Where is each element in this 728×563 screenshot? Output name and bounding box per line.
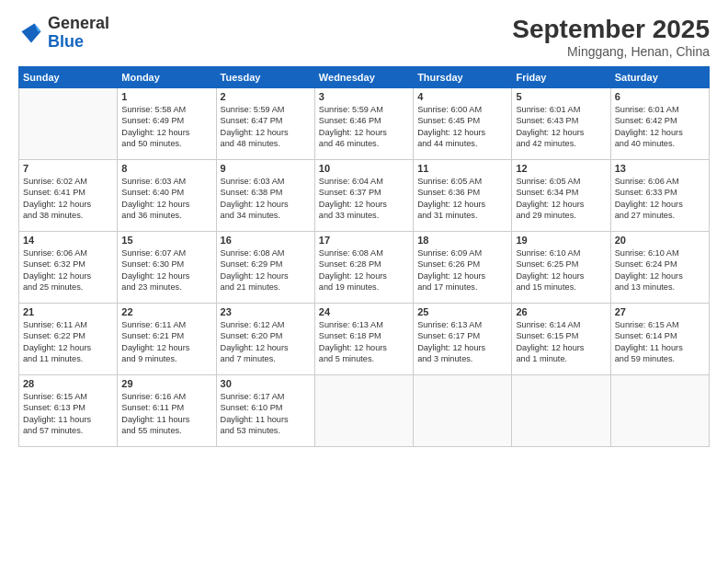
day-info-5: Sunrise: 6:01 AM Sunset: 6:43 PM Dayligh… — [516, 104, 606, 150]
day-num-21: 21 — [23, 306, 113, 317]
day-num-26: 26 — [516, 306, 606, 317]
cell-1-2: 9Sunrise: 6:03 AM Sunset: 6:38 PM Daylig… — [216, 160, 314, 232]
day-num-19: 19 — [516, 235, 606, 246]
day-num-6: 6 — [615, 91, 705, 102]
cell-3-1: 22Sunrise: 6:11 AM Sunset: 6:21 PM Dayli… — [118, 304, 216, 375]
cell-0-3: 3Sunrise: 5:59 AM Sunset: 6:46 PM Daylig… — [314, 88, 413, 160]
cell-2-2: 16Sunrise: 6:08 AM Sunset: 6:29 PM Dayli… — [216, 232, 314, 304]
header-saturday: Saturday — [610, 67, 709, 88]
logo: General Blue — [18, 15, 109, 52]
cell-1-5: 12Sunrise: 6:05 AM Sunset: 6:34 PM Dayli… — [512, 160, 610, 232]
cell-0-4: 4Sunrise: 6:00 AM Sunset: 6:45 PM Daylig… — [414, 88, 512, 160]
day-info-4: Sunrise: 6:00 AM Sunset: 6:45 PM Dayligh… — [417, 104, 507, 150]
day-info-28: Sunrise: 6:15 AM Sunset: 6:13 PM Dayligh… — [23, 391, 113, 437]
cell-2-3: 17Sunrise: 6:08 AM Sunset: 6:28 PM Dayli… — [314, 232, 413, 304]
day-info-15: Sunrise: 6:07 AM Sunset: 6:30 PM Dayligh… — [121, 247, 211, 293]
cell-0-5: 5Sunrise: 6:01 AM Sunset: 6:43 PM Daylig… — [512, 88, 610, 160]
day-info-22: Sunrise: 6:11 AM Sunset: 6:21 PM Dayligh… — [121, 319, 211, 365]
day-info-20: Sunrise: 6:10 AM Sunset: 6:24 PM Dayligh… — [615, 247, 705, 293]
month-title: September 2025 — [512, 15, 710, 44]
day-info-19: Sunrise: 6:10 AM Sunset: 6:25 PM Dayligh… — [516, 247, 606, 293]
cell-4-5 — [512, 375, 610, 447]
day-num-4: 4 — [417, 91, 507, 102]
logo-blue: Blue — [48, 32, 84, 51]
day-info-21: Sunrise: 6:11 AM Sunset: 6:22 PM Dayligh… — [23, 319, 113, 365]
header-thursday: Thursday — [414, 67, 512, 88]
cell-2-1: 15Sunrise: 6:07 AM Sunset: 6:30 PM Dayli… — [118, 232, 216, 304]
day-num-10: 10 — [319, 163, 409, 174]
day-info-25: Sunrise: 6:13 AM Sunset: 6:17 PM Dayligh… — [417, 319, 507, 365]
day-info-29: Sunrise: 6:16 AM Sunset: 6:11 PM Dayligh… — [121, 391, 211, 437]
cell-2-5: 19Sunrise: 6:10 AM Sunset: 6:25 PM Dayli… — [512, 232, 610, 304]
day-info-1: Sunrise: 5:58 AM Sunset: 6:49 PM Dayligh… — [121, 104, 211, 150]
cell-0-0 — [19, 88, 118, 160]
cell-4-3 — [314, 375, 413, 447]
cell-1-4: 11Sunrise: 6:05 AM Sunset: 6:36 PM Dayli… — [414, 160, 512, 232]
cell-0-1: 1Sunrise: 5:58 AM Sunset: 6:49 PM Daylig… — [118, 88, 216, 160]
day-num-20: 20 — [615, 235, 705, 246]
cell-3-5: 26Sunrise: 6:14 AM Sunset: 6:15 PM Dayli… — [512, 304, 610, 375]
day-num-17: 17 — [319, 235, 409, 246]
week-row-0: 1Sunrise: 5:58 AM Sunset: 6:49 PM Daylig… — [19, 88, 710, 160]
day-info-7: Sunrise: 6:02 AM Sunset: 6:41 PM Dayligh… — [23, 176, 113, 222]
day-num-9: 9 — [221, 163, 311, 174]
logo-general: General — [48, 14, 109, 32]
cell-0-2: 2Sunrise: 5:59 AM Sunset: 6:47 PM Daylig… — [216, 88, 314, 160]
cell-2-6: 20Sunrise: 6:10 AM Sunset: 6:24 PM Dayli… — [610, 232, 709, 304]
cell-1-1: 8Sunrise: 6:03 AM Sunset: 6:40 PM Daylig… — [118, 160, 216, 232]
week-row-2: 14Sunrise: 6:06 AM Sunset: 6:32 PM Dayli… — [19, 232, 710, 304]
day-num-13: 13 — [615, 163, 705, 174]
day-num-11: 11 — [417, 163, 507, 174]
cell-4-2: 30Sunrise: 6:17 AM Sunset: 6:10 PM Dayli… — [216, 375, 314, 447]
cell-3-0: 21Sunrise: 6:11 AM Sunset: 6:22 PM Dayli… — [19, 304, 118, 375]
day-num-28: 28 — [23, 378, 113, 389]
header-friday: Friday — [512, 67, 610, 88]
cell-4-0: 28Sunrise: 6:15 AM Sunset: 6:13 PM Dayli… — [19, 375, 118, 447]
cell-1-0: 7Sunrise: 6:02 AM Sunset: 6:41 PM Daylig… — [19, 160, 118, 232]
cell-3-2: 23Sunrise: 6:12 AM Sunset: 6:20 PM Dayli… — [216, 304, 314, 375]
day-info-8: Sunrise: 6:03 AM Sunset: 6:40 PM Dayligh… — [121, 176, 211, 222]
day-num-1: 1 — [121, 91, 211, 102]
day-num-30: 30 — [221, 378, 311, 389]
day-num-22: 22 — [121, 306, 211, 317]
day-num-2: 2 — [221, 91, 311, 102]
day-num-29: 29 — [121, 378, 211, 389]
cell-4-6 — [610, 375, 709, 447]
day-info-2: Sunrise: 5:59 AM Sunset: 6:47 PM Dayligh… — [221, 104, 311, 150]
day-info-27: Sunrise: 6:15 AM Sunset: 6:14 PM Dayligh… — [615, 319, 705, 365]
logo-text: General Blue — [48, 15, 109, 52]
day-info-9: Sunrise: 6:03 AM Sunset: 6:38 PM Dayligh… — [221, 176, 311, 222]
cell-1-6: 13Sunrise: 6:06 AM Sunset: 6:33 PM Dayli… — [610, 160, 709, 232]
cell-3-4: 25Sunrise: 6:13 AM Sunset: 6:17 PM Dayli… — [414, 304, 512, 375]
week-row-3: 21Sunrise: 6:11 AM Sunset: 6:22 PM Dayli… — [19, 304, 710, 375]
day-info-23: Sunrise: 6:12 AM Sunset: 6:20 PM Dayligh… — [221, 319, 311, 365]
day-info-11: Sunrise: 6:05 AM Sunset: 6:36 PM Dayligh… — [417, 176, 507, 222]
day-info-24: Sunrise: 6:13 AM Sunset: 6:18 PM Dayligh… — [319, 319, 409, 365]
day-num-16: 16 — [221, 235, 311, 246]
day-num-7: 7 — [23, 163, 113, 174]
day-num-25: 25 — [417, 306, 507, 317]
location: Minggang, Henan, China — [512, 44, 710, 59]
header-row: SundayMondayTuesdayWednesdayThursdayFrid… — [19, 67, 710, 88]
cell-3-3: 24Sunrise: 6:13 AM Sunset: 6:18 PM Dayli… — [314, 304, 413, 375]
day-info-10: Sunrise: 6:04 AM Sunset: 6:37 PM Dayligh… — [319, 176, 409, 222]
header-monday: Monday — [118, 67, 216, 88]
header-wednesday: Wednesday — [314, 67, 413, 88]
logo-icon — [18, 20, 44, 46]
day-info-17: Sunrise: 6:08 AM Sunset: 6:28 PM Dayligh… — [319, 247, 409, 293]
calendar-header: SundayMondayTuesdayWednesdayThursdayFrid… — [19, 67, 710, 88]
day-info-26: Sunrise: 6:14 AM Sunset: 6:15 PM Dayligh… — [516, 319, 606, 365]
title-block: September 2025 Minggang, Henan, China — [512, 15, 710, 59]
day-num-14: 14 — [23, 235, 113, 246]
week-row-1: 7Sunrise: 6:02 AM Sunset: 6:41 PM Daylig… — [19, 160, 710, 232]
calendar-body: 1Sunrise: 5:58 AM Sunset: 6:49 PM Daylig… — [19, 88, 710, 447]
calendar-table: SundayMondayTuesdayWednesdayThursdayFrid… — [18, 66, 710, 447]
cell-1-3: 10Sunrise: 6:04 AM Sunset: 6:37 PM Dayli… — [314, 160, 413, 232]
cell-4-1: 29Sunrise: 6:16 AM Sunset: 6:11 PM Dayli… — [118, 375, 216, 447]
week-row-4: 28Sunrise: 6:15 AM Sunset: 6:13 PM Dayli… — [19, 375, 710, 447]
cell-0-6: 6Sunrise: 6:01 AM Sunset: 6:42 PM Daylig… — [610, 88, 709, 160]
header-tuesday: Tuesday — [216, 67, 314, 88]
cell-2-4: 18Sunrise: 6:09 AM Sunset: 6:26 PM Dayli… — [414, 232, 512, 304]
day-num-23: 23 — [221, 306, 311, 317]
day-info-13: Sunrise: 6:06 AM Sunset: 6:33 PM Dayligh… — [615, 176, 705, 222]
